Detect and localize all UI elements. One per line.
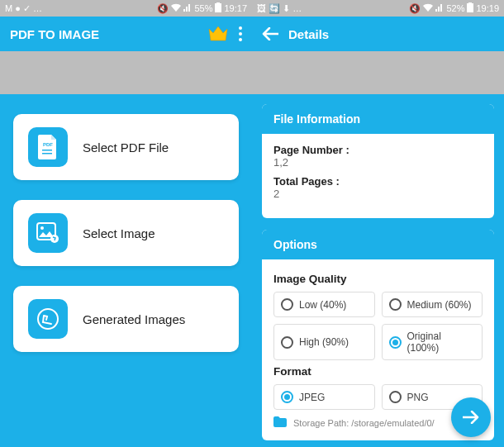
ad-banner xyxy=(0,51,252,94)
status-bar: M ● ✓ … 🔇 55% 19:17 xyxy=(0,0,252,17)
signal-icon xyxy=(435,3,444,13)
total-pages-value: 2 xyxy=(273,188,483,200)
svg-rect-6 xyxy=(42,150,52,151)
ad-banner xyxy=(252,51,504,94)
svg-point-3 xyxy=(239,32,242,36)
page-number-value: 1,2 xyxy=(273,156,483,169)
battery-percent: 52% xyxy=(446,3,464,13)
svg-point-9 xyxy=(40,226,44,230)
status-bar: 🖼 🔄 ⬇ … 🔇 52% 19:19 xyxy=(252,0,504,17)
radio-label: PNG xyxy=(407,392,429,403)
status-right: 🔇 55% 19:17 xyxy=(157,2,247,14)
format-radio-group: JPEG PNG xyxy=(273,384,483,410)
arrow-right-icon xyxy=(463,411,479,424)
radio-label: Original (100%) xyxy=(407,330,476,354)
generated-images-label: Generated Images xyxy=(83,312,185,326)
svg-point-4 xyxy=(239,38,242,41)
app-title: PDF TO IMAGE xyxy=(10,27,197,41)
app-title: Details xyxy=(288,27,494,41)
quality-medium-radio[interactable]: Medium (60%) xyxy=(382,292,483,317)
radio-icon xyxy=(389,336,402,349)
premium-crown-icon[interactable] xyxy=(207,26,229,42)
quality-high-radio[interactable]: High (90%) xyxy=(273,324,375,360)
silent-icon: 🔇 xyxy=(157,3,169,14)
image-icon xyxy=(28,213,68,253)
status-right: 🔇 52% 19:19 xyxy=(409,2,499,14)
select-pdf-label: Select PDF File xyxy=(83,140,169,155)
file-info-panel: File Information Page Number : 1,2 Total… xyxy=(262,104,494,218)
main-actions: PDF Select PDF File Select Image Generat… xyxy=(0,94,252,447)
radio-icon xyxy=(389,391,402,403)
battery-icon xyxy=(215,2,221,14)
app-bar: Details xyxy=(252,17,504,51)
svg-rect-12 xyxy=(467,3,473,12)
screen-main: M ● ✓ … 🔇 55% 19:17 PDF TO IMAGE xyxy=(0,0,252,447)
radio-label: High (90%) xyxy=(299,336,349,348)
clock: 19:17 xyxy=(224,3,247,13)
select-image-button[interactable]: Select Image xyxy=(13,200,239,266)
svg-rect-13 xyxy=(468,2,472,3)
wifi-icon xyxy=(171,3,181,13)
pdf-file-icon: PDF xyxy=(28,127,68,167)
format-section-label: Format xyxy=(273,365,483,378)
radio-icon xyxy=(389,298,402,311)
wifi-icon xyxy=(423,3,433,13)
status-left-icons: M ● ✓ … xyxy=(5,3,42,14)
svg-rect-1 xyxy=(216,2,220,3)
select-pdf-button[interactable]: PDF Select PDF File xyxy=(13,114,239,180)
clock: 19:19 xyxy=(476,3,499,13)
file-info-header: File Information xyxy=(262,104,494,134)
svg-point-11 xyxy=(38,309,58,329)
radio-icon xyxy=(281,336,293,349)
quality-section-label: Image Quality xyxy=(273,273,483,285)
format-jpeg-radio[interactable]: JPEG xyxy=(273,384,375,410)
total-pages-label: Total Pages : xyxy=(273,175,483,188)
quality-radio-group: Low (40%) Medium (60%) High (90%) Origin… xyxy=(273,292,483,360)
back-button[interactable] xyxy=(262,27,278,40)
storage-path-label: Storage Path: /storage/emulated/0/ xyxy=(293,418,435,428)
proceed-fab[interactable] xyxy=(451,397,491,437)
generated-images-button[interactable]: Generated Images xyxy=(13,286,239,352)
svg-text:PDF: PDF xyxy=(43,142,53,147)
silent-icon: 🔇 xyxy=(409,3,421,14)
page-number-label: Page Number : xyxy=(273,144,483,156)
radio-icon xyxy=(281,391,293,403)
screen-details: 🖼 🔄 ⬇ … 🔇 52% 19:19 Details File Informa… xyxy=(252,0,504,447)
select-image-label: Select Image xyxy=(83,226,155,240)
status-left-icons: 🖼 🔄 ⬇ … xyxy=(257,3,302,14)
options-header: Options xyxy=(262,230,494,259)
app-bar: PDF TO IMAGE xyxy=(0,17,252,51)
svg-rect-7 xyxy=(42,153,52,155)
overflow-menu-icon[interactable] xyxy=(239,26,242,41)
details-content: File Information Page Number : 1,2 Total… xyxy=(252,94,504,447)
radio-label: Low (40%) xyxy=(299,299,346,311)
quality-original-radio[interactable]: Original (100%) xyxy=(382,324,483,360)
gallery-icon xyxy=(28,299,68,339)
battery-icon xyxy=(467,2,473,14)
radio-icon xyxy=(281,298,293,311)
battery-percent: 55% xyxy=(194,3,212,13)
svg-point-2 xyxy=(239,26,242,30)
svg-rect-0 xyxy=(215,3,221,12)
radio-label: JPEG xyxy=(299,392,325,403)
quality-low-radio[interactable]: Low (40%) xyxy=(273,292,375,317)
radio-label: Medium (60%) xyxy=(407,299,472,311)
folder-icon xyxy=(273,416,287,429)
signal-icon xyxy=(183,3,192,13)
